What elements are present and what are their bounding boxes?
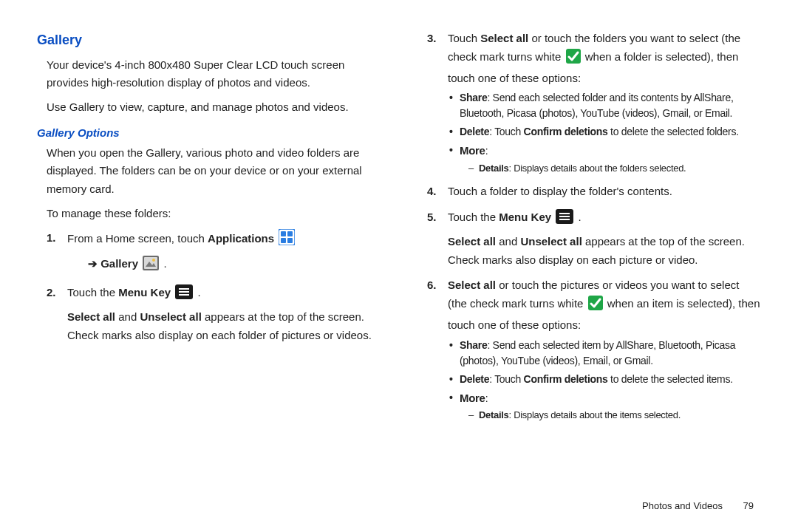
step-5-period: . [575,211,581,223]
svg-rect-2 [287,231,293,236]
step-1-line2: ➔ Gallery . [88,255,381,276]
bullet-3-share: Share: Send each selected folder and its… [449,90,761,121]
bullet-6-share: Share: Send each selected item by AllSha… [449,338,761,369]
svg-rect-10 [179,288,189,290]
svg-rect-6 [144,257,157,269]
d6-l: Details [479,409,509,420]
step-2-unselall: Unselect all [140,310,201,323]
svg-rect-11 [179,291,189,293]
heading-gallery: Gallery [37,30,381,52]
checkmark-icon [588,296,603,316]
dash-3: Details: Displays details about the fold… [468,161,761,176]
steps-right: Touch Select all or touch the folders yo… [427,30,761,423]
step-2: Touch the Menu Key . Select all and Unse… [47,284,381,344]
step-3-a: Touch [448,32,480,44]
svg-rect-4 [287,238,293,243]
step-5-a: Touch the [448,211,499,223]
step-1-period: . [160,257,166,270]
para-intro-1: Your device's 4-inch 800x480 Super Clear… [47,56,381,93]
d3-l: Details [479,163,509,174]
step-4: Touch a folder to display the folder's c… [427,183,761,201]
step-1-apps-label: Applications [208,232,274,245]
bullet-3-delete: Delete: Touch Confirm deletions to delet… [449,124,761,140]
s5-and: and [496,235,520,248]
step-6-bullets: Share: Send each selected item by AllSha… [449,338,761,423]
para-manage-intro: To manage these folders: [47,205,381,223]
steps-left: From a Home screen, touch Applications ➔… [47,229,381,345]
step-5-menukey: Menu Key [499,211,551,223]
s5-selall: Select all [448,235,496,248]
step-2-text-a: Touch the [67,286,118,299]
dash-6-details: Details: Displays details about the item… [468,408,761,423]
para-intro-2: Use Gallery to view, capture, and manage… [47,98,381,117]
step-3: Touch Select all or touch the folders yo… [427,30,761,175]
menu-key-icon [175,284,193,305]
step-2-selall: Select all [67,310,115,323]
d3-t: : Displays details about the folders sel… [509,163,686,174]
step-3-bullets: Share: Send each selected folder and its… [449,90,761,175]
step-3-selall: Select all [480,32,528,44]
step-5-desc: Select all and Unselect all appears at t… [448,233,761,270]
bullet-6-delete: Delete: Touch Confirm deletions to delet… [449,372,761,387]
b3-del-t2: Confirm deletions [524,126,608,137]
b6-share-t: : Send each selected item by AllShare, B… [460,339,735,366]
arrow-icon: ➔ [88,257,98,270]
step-6-selall: Select all [448,279,496,291]
heading-gallery-options: Gallery Options [37,124,381,143]
b6-del-t3: to delete the selected items. [608,373,733,385]
b6-del-t1: : Touch [489,373,523,385]
s5-unselall: Unselect all [520,235,582,248]
step-1-text-a: From a Home screen, touch [67,232,208,245]
b3-del-l: Delete [460,126,489,137]
step-2-menukey-label: Menu Key [118,286,171,299]
step-2-desc: Select all and Unselect all appears at t… [67,308,381,345]
step-6: Select all or touch the pictures or vide… [427,276,761,422]
b3-share-t: : Send each selected folder and its cont… [460,92,734,119]
step-4-text: Touch a folder to display the folder's c… [448,185,672,197]
left-column: Gallery Your device's 4-inch 800x480 Sup… [37,30,381,430]
svg-rect-3 [281,238,286,243]
para-options-desc: When you open the Gallery, various photo… [47,144,381,199]
d6-t: : Displays details about the items selec… [509,409,681,420]
manual-page: Gallery Your device's 4-inch 800x480 Sup… [0,0,798,430]
b3-del-t3: to delete the selected folders. [608,126,739,137]
footer-page-number: 79 [743,500,754,511]
page-footer: Photos and Videos 79 [642,500,754,511]
svg-rect-16 [559,216,570,217]
b3-more-c: : [485,145,488,157]
b6-share-l: Share [460,339,487,351]
step-2-and: and [115,310,140,323]
svg-rect-17 [559,219,570,220]
dash-6: Details: Displays details about the item… [468,408,761,423]
b3-share-l: Share [460,92,487,103]
checkmark-icon [566,49,581,69]
b3-del-t1: : Touch [489,126,523,137]
svg-point-8 [152,259,155,262]
menu-key-icon [556,209,573,230]
dash-3-details: Details: Displays details about the fold… [468,161,761,176]
gallery-icon [143,256,159,276]
step-1-gallery-label: Gallery [100,257,138,270]
svg-rect-12 [179,294,189,296]
b6-del-l: Delete [460,373,489,385]
b3-more-l: More [460,144,485,157]
svg-rect-1 [281,231,286,236]
bullet-3-more: More: Details: Displays details about th… [449,143,761,175]
footer-section: Photos and Videos [642,500,723,511]
applications-icon [279,229,295,251]
svg-rect-15 [559,213,570,214]
b6-more-l: More [460,392,485,404]
step-1: From a Home screen, touch Applications ➔… [47,229,381,277]
b6-del-t2: Confirm deletions [524,373,608,385]
step-2-period: . [194,286,200,299]
b6-more-c: : [485,392,488,404]
right-column: Touch Select all or touch the folders yo… [417,30,761,430]
step-5: Touch the Menu Key . Select all and Unse… [427,208,761,269]
bullet-6-more: More: Details: Displays details about th… [449,390,761,423]
